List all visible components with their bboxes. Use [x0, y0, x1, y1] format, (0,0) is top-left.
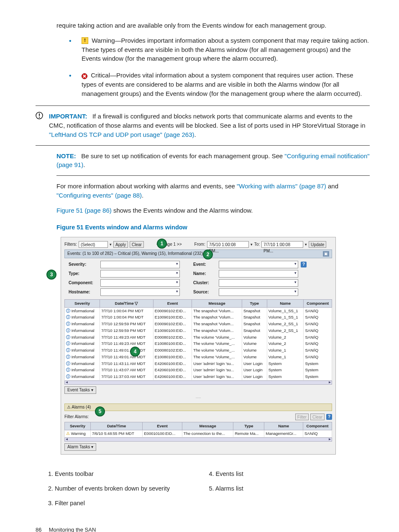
table-row[interactable]: Informational7/7/10 1:00:04 PM MDTE00090… — [65, 307, 332, 314]
name-label: Name: — [193, 271, 216, 277]
event-tasks-button[interactable]: Event Tasks ▾ — [64, 386, 96, 394]
column-header[interactable]: Type — [233, 422, 264, 430]
cluster-select[interactable] — [219, 279, 298, 287]
warning-text: Warning—Provides important information a… — [82, 37, 369, 62]
table-row[interactable]: Warning7/6/10 5:48:55 PM MDTE00010100:EI… — [65, 430, 332, 437]
footer-title: Monitoring the SAN — [49, 527, 96, 532]
figure-ref-rest: shows the Events window and the Alarms w… — [112, 207, 253, 214]
splitter[interactable]: ····· — [64, 395, 332, 401]
divider — [36, 145, 370, 146]
source-label: Source: — [193, 289, 216, 296]
event-type-list: Warning—Provides important information a… — [56, 36, 370, 98]
table-row[interactable]: Informational7/7/10 12:59:59 PM MDTE0009… — [65, 321, 332, 327]
figure-ref-link[interactable]: Figure 51 (page 86) — [56, 207, 112, 214]
important-label: IMPORTANT: — [49, 113, 87, 120]
table-row[interactable]: Informational7/7/10 11:37:03 AM MDTE4206… — [65, 373, 332, 380]
table-row[interactable]: Informational7/7/10 1:00:04 PM MDTE10090… — [65, 314, 332, 321]
more-info-mid: and — [326, 182, 338, 190]
table-row[interactable]: Informational7/7/10 11:49:23 AM MDTE0008… — [65, 334, 332, 341]
page-footer: 86 Monitoring the SAN — [36, 526, 370, 532]
figure-legend: 1. Events toolbar 4. Events list 2. Numb… — [48, 470, 370, 508]
component-select[interactable] — [100, 279, 180, 287]
table-row[interactable]: Informational7/7/10 11:43:07 AM MDTE4206… — [65, 367, 332, 373]
h-scrollbar[interactable] — [64, 437, 332, 442]
events-toolbar: Filters: (Select) ▾ Apply Clear << Page … — [64, 241, 332, 248]
important-text-a: If a firewall is configured and blocks n… — [49, 113, 366, 129]
severity-label: Severity: — [69, 262, 98, 268]
cluster-label: Cluster: — [193, 280, 216, 286]
event-label: Event: — [193, 262, 216, 268]
more-info-link2[interactable]: "Configuring events" (page 88) — [56, 192, 142, 199]
legend-2: 2. Number of events broken down by sever… — [48, 484, 209, 493]
name-select[interactable] — [219, 270, 298, 278]
table-row[interactable]: Informational7/7/10 11:43:11 AM MDTE4206… — [65, 360, 332, 367]
more-info: For more information about working with … — [56, 182, 370, 200]
type-select[interactable] — [100, 270, 180, 278]
clear-button[interactable]: Clear — [130, 241, 144, 248]
legend-4: 4. Events list — [209, 470, 370, 478]
column-header[interactable]: Name — [267, 299, 304, 307]
column-header[interactable]: Event — [153, 299, 192, 307]
table-row[interactable]: Informational7/7/10 11:49:23 AM MDTE1008… — [65, 340, 332, 347]
critical-icon — [82, 72, 87, 78]
type-label: Type: — [69, 271, 98, 277]
update-button[interactable]: Update — [309, 241, 326, 248]
table-row[interactable]: Informational7/7/10 11:49:01 AM MDTE1008… — [65, 354, 332, 360]
table-row[interactable]: Informational7/7/10 11:49:01 AM MDTE0008… — [65, 347, 332, 354]
important-link[interactable]: "LeftHand OS TCP and UDP port usage" (pa… — [49, 131, 194, 138]
important-text-b: . — [194, 131, 196, 138]
severity-select[interactable] — [100, 261, 180, 268]
alarm-clear-button[interactable]: Clear — [310, 414, 325, 420]
warning-item: Warning—Provides important information a… — [69, 36, 370, 63]
more-info-b: . — [142, 192, 143, 199]
divider — [36, 105, 370, 106]
warning-icon — [82, 37, 88, 44]
filters-label: Filters: — [64, 242, 77, 248]
column-header[interactable]: Event — [143, 422, 182, 430]
intro-fragment: require taking action and are available … — [56, 21, 370, 30]
to-input[interactable]: 7/7/10 1:00:08 PM... — [261, 241, 303, 248]
collapse-icon[interactable]: ▣ — [323, 251, 329, 257]
alarms-filter-row: Filter Alarms: Filter Clear ? — [64, 414, 332, 420]
screenshot-panel: Filters: (Select) ▾ Apply Clear << Page … — [61, 237, 336, 455]
filters-select[interactable]: (Select) — [79, 241, 108, 248]
legend-1: 1. Events toolbar — [48, 470, 209, 478]
alarm-tasks-button[interactable]: Alarm Tasks ▾ — [64, 443, 96, 451]
from-label: From: — [194, 242, 205, 248]
column-header[interactable]: Component — [304, 299, 332, 307]
legend-5: 5. Alarms list — [209, 484, 370, 493]
column-header[interactable]: Severity — [65, 422, 91, 430]
alarm-filter-button[interactable]: Filter — [295, 414, 309, 420]
source-select[interactable] — [219, 288, 298, 296]
note-text-a: Be sure to set up notification of events… — [81, 152, 284, 159]
help-icon[interactable]: ? — [301, 262, 307, 267]
column-header[interactable]: Component — [303, 422, 332, 430]
alarms-table: SeverityDate/TimeEventMessageTypeNameCom… — [64, 422, 332, 437]
hostname-select[interactable] — [100, 288, 180, 296]
column-header[interactable]: Date/Time ▽ — [100, 299, 153, 307]
filter-panel: Severity: Event:? Type: Name: Component:… — [69, 261, 332, 296]
column-header[interactable]: Type — [242, 299, 267, 307]
column-header[interactable]: Message — [182, 422, 233, 430]
important-block: IMPORTANT: If a firewall is configured a… — [36, 112, 370, 139]
apply-button[interactable]: Apply — [113, 241, 128, 248]
column-header[interactable]: Name — [264, 422, 303, 430]
from-input[interactable]: 7/5/10 1:00:08 PM... — [207, 241, 249, 248]
important-icon — [36, 112, 43, 139]
figure-ref: Figure 51 (page 86) shows the Events win… — [56, 206, 370, 215]
events-table: SeverityDate/Time ▽EventMessageTypeNameC… — [64, 299, 332, 380]
column-header[interactable]: Date/Time — [90, 422, 142, 430]
help-icon[interactable]: ? — [326, 414, 332, 420]
note-text-b: . — [83, 161, 85, 168]
legend-3: 3. Filter panel — [48, 499, 209, 508]
more-info-link1[interactable]: "Working with alarms" (page 87) — [237, 182, 326, 190]
event-select[interactable] — [219, 261, 298, 268]
events-summary-bar: Events: (1 to 100 of 282) – Critical (35… — [64, 249, 332, 258]
callout-3: 3 — [46, 270, 56, 280]
table-row[interactable]: Informational7/7/10 12:59:59 PM MDTE1009… — [65, 327, 332, 334]
page-number: 86 — [36, 526, 47, 532]
column-header[interactable]: Severity — [65, 299, 100, 307]
h-scrollbar[interactable] — [64, 380, 332, 385]
column-header[interactable]: Message — [192, 299, 242, 307]
hostname-label: Hostname: — [69, 289, 98, 296]
